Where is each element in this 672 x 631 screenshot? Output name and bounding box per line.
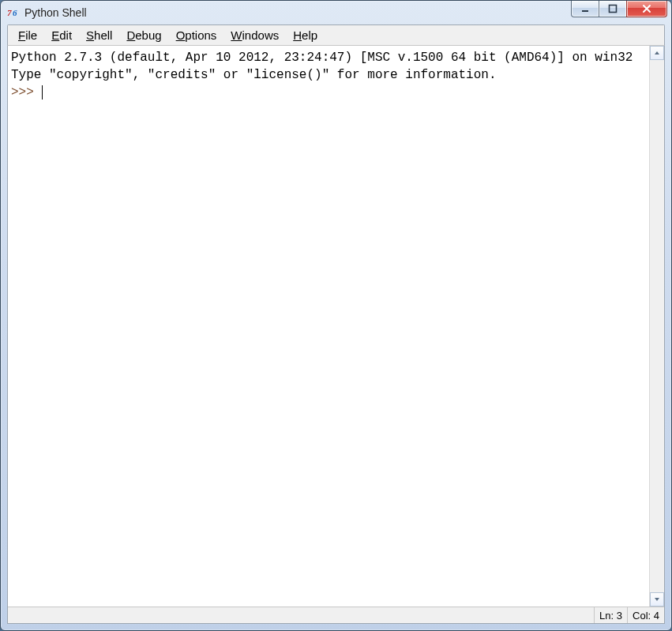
svg-text:6: 6 — [13, 8, 17, 17]
menu-shell[interactable]: Shell — [79, 27, 119, 43]
scroll-track[interactable] — [650, 60, 664, 592]
maximize-button[interactable] — [599, 1, 627, 17]
close-button[interactable] — [626, 1, 667, 17]
titlebar[interactable]: 7 6 Python Shell — [1, 1, 671, 24]
scroll-down-button[interactable] — [650, 592, 664, 607]
menu-edit[interactable]: Edit — [44, 27, 79, 43]
status-col: Col: 4 — [627, 607, 664, 623]
svg-rect-3 — [610, 6, 617, 13]
menu-debug[interactable]: Debug — [119, 27, 168, 43]
menubar: File Edit Shell Debug Options Windows He… — [8, 25, 664, 45]
menu-options[interactable]: Options — [169, 27, 224, 43]
shell-editor[interactable]: Python 2.7.3 (default, Apr 10 2012, 23:2… — [8, 46, 650, 607]
window-title: Python Shell — [24, 6, 87, 19]
prompt: >>> — [11, 85, 41, 100]
editor-wrap: Python 2.7.3 (default, Apr 10 2012, 23:2… — [8, 46, 664, 607]
minimize-button[interactable] — [571, 1, 599, 17]
menu-file[interactable]: File — [11, 27, 44, 43]
banner-line-1: Python 2.7.3 (default, Apr 10 2012, 23:2… — [11, 51, 633, 65]
menu-windows[interactable]: Windows — [223, 27, 286, 43]
statusbar: Ln: 3 Col: 4 — [8, 607, 664, 623]
text-cursor — [42, 85, 43, 100]
window-controls — [572, 1, 667, 17]
status-line: Ln: 3 — [594, 607, 627, 623]
svg-text:7: 7 — [7, 8, 12, 17]
vertical-scrollbar[interactable] — [649, 46, 664, 607]
app-icon: 7 6 — [7, 6, 20, 19]
scroll-up-button[interactable] — [650, 46, 664, 60]
app-window: 7 6 Python Shell File Edit Shell Debug — [0, 0, 672, 631]
banner-line-2: Type "copyright", "credits" or "license(… — [11, 68, 497, 82]
svg-rect-2 — [582, 10, 588, 12]
menu-help[interactable]: Help — [286, 27, 325, 43]
menubar-container: File Edit Shell Debug Options Windows He… — [7, 24, 665, 45]
client-area: Python 2.7.3 (default, Apr 10 2012, 23:2… — [7, 45, 665, 624]
